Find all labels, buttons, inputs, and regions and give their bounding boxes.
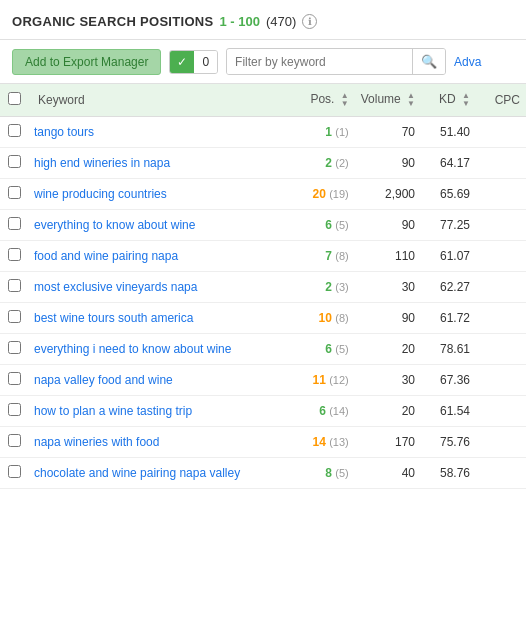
volume-cell: 30	[355, 272, 421, 303]
row-checkbox[interactable]	[8, 434, 21, 447]
table-row: most exclusive vineyards napa2 (3)3062.2…	[0, 272, 526, 303]
cpc-cell	[476, 303, 526, 334]
row-checkbox[interactable]	[8, 465, 21, 478]
position-value: 14 (13)	[312, 435, 348, 449]
position-prev: (14)	[329, 405, 349, 417]
keyword-link[interactable]: napa wineries with food	[34, 435, 159, 449]
row-checkbox-cell	[0, 179, 28, 210]
position-value: 2 (2)	[325, 156, 348, 170]
row-checkbox[interactable]	[8, 124, 21, 137]
position-cell: 6 (5)	[285, 210, 355, 241]
position-prev: (5)	[335, 343, 348, 355]
row-checkbox-cell	[0, 427, 28, 458]
keyword-cell: tango tours	[28, 117, 285, 148]
row-checkbox[interactable]	[8, 217, 21, 230]
kd-cell: 78.61	[421, 334, 476, 365]
keyword-link[interactable]: everything to know about wine	[34, 218, 195, 232]
keyword-cell: most exclusive vineyards napa	[28, 272, 285, 303]
page-header: ORGANIC SEARCH POSITIONS 1 - 100 (470) ℹ	[0, 0, 526, 40]
position-value: 6 (14)	[319, 404, 349, 418]
pos-sort-icon[interactable]: ▲▼	[341, 92, 349, 108]
keyword-link[interactable]: high end wineries in napa	[34, 156, 170, 170]
adva-link[interactable]: Adva	[454, 55, 481, 69]
row-checkbox-cell	[0, 117, 28, 148]
cpc-cell	[476, 272, 526, 303]
row-checkbox[interactable]	[8, 341, 21, 354]
row-checkbox[interactable]	[8, 155, 21, 168]
keyword-link[interactable]: chocolate and wine pairing napa valley	[34, 466, 240, 480]
position-value: 10 (8)	[319, 311, 349, 325]
check-badge: ✓ 0	[169, 50, 218, 74]
position-cell: 2 (2)	[285, 148, 355, 179]
keyword-link[interactable]: napa valley food and wine	[34, 373, 173, 387]
export-button[interactable]: Add to Export Manager	[12, 49, 161, 75]
table-row: high end wineries in napa2 (2)9064.17	[0, 148, 526, 179]
results-table: Keyword Pos. ▲▼ Volume ▲▼ KD ▲▼	[0, 84, 526, 489]
keyword-cell: everything to know about wine	[28, 210, 285, 241]
kd-cell: 77.25	[421, 210, 476, 241]
volume-cell: 20	[355, 396, 421, 427]
kd-cell: 58.76	[421, 458, 476, 489]
table-row: chocolate and wine pairing napa valley8 …	[0, 458, 526, 489]
row-checkbox[interactable]	[8, 186, 21, 199]
kd-cell: 62.27	[421, 272, 476, 303]
row-checkbox[interactable]	[8, 403, 21, 416]
header-keyword: Keyword	[28, 84, 285, 117]
filter-input[interactable]	[227, 50, 412, 74]
row-checkbox-cell	[0, 272, 28, 303]
keyword-link[interactable]: most exclusive vineyards napa	[34, 280, 197, 294]
position-prev: (2)	[335, 157, 348, 169]
row-checkbox-cell	[0, 241, 28, 272]
row-checkbox[interactable]	[8, 372, 21, 385]
position-prev: (3)	[335, 281, 348, 293]
header-volume: Volume ▲▼	[355, 84, 421, 117]
kd-cell: 75.76	[421, 427, 476, 458]
row-checkbox-cell	[0, 396, 28, 427]
position-cell: 8 (5)	[285, 458, 355, 489]
position-prev: (19)	[329, 188, 349, 200]
kd-cell: 65.69	[421, 179, 476, 210]
page-title: ORGANIC SEARCH POSITIONS	[12, 14, 214, 29]
select-all-checkbox[interactable]	[8, 92, 21, 105]
table-body: tango tours1 (1)7051.40high end wineries…	[0, 117, 526, 489]
volume-sort-icon[interactable]: ▲▼	[407, 92, 415, 108]
row-checkbox[interactable]	[8, 279, 21, 292]
kd-sort-icon[interactable]: ▲▼	[462, 92, 470, 108]
checkmark-icon: ✓	[170, 51, 194, 73]
keyword-cell: chocolate and wine pairing napa valley	[28, 458, 285, 489]
table-row: best wine tours south america10 (8)9061.…	[0, 303, 526, 334]
header-checkbox-col	[0, 84, 28, 117]
volume-cell: 70	[355, 117, 421, 148]
keyword-cell: food and wine pairing napa	[28, 241, 285, 272]
cpc-cell	[476, 365, 526, 396]
filter-search-button[interactable]: 🔍	[412, 49, 445, 74]
header-pos: Pos. ▲▼	[285, 84, 355, 117]
position-value: 11 (12)	[312, 373, 348, 387]
cpc-cell	[476, 427, 526, 458]
position-cell: 11 (12)	[285, 365, 355, 396]
cpc-cell	[476, 458, 526, 489]
row-checkbox-cell	[0, 458, 28, 489]
keyword-link[interactable]: tango tours	[34, 125, 94, 139]
keyword-link[interactable]: best wine tours south america	[34, 311, 193, 325]
keyword-cell: how to plan a wine tasting trip	[28, 396, 285, 427]
toolbar: Add to Export Manager ✓ 0 🔍 Adva	[0, 40, 526, 84]
row-checkbox[interactable]	[8, 248, 21, 261]
keyword-link[interactable]: wine producing countries	[34, 187, 167, 201]
keyword-cell: napa valley food and wine	[28, 365, 285, 396]
position-cell: 2 (3)	[285, 272, 355, 303]
keyword-link[interactable]: food and wine pairing napa	[34, 249, 178, 263]
info-icon[interactable]: ℹ	[302, 14, 317, 29]
cpc-cell	[476, 210, 526, 241]
cpc-cell	[476, 396, 526, 427]
table-row: tango tours1 (1)7051.40	[0, 117, 526, 148]
position-cell: 20 (19)	[285, 179, 355, 210]
keyword-link[interactable]: how to plan a wine tasting trip	[34, 404, 192, 418]
position-value: 1 (1)	[325, 125, 348, 139]
row-checkbox[interactable]	[8, 310, 21, 323]
keyword-link[interactable]: everything i need to know about wine	[34, 342, 231, 356]
row-checkbox-cell	[0, 303, 28, 334]
position-cell: 14 (13)	[285, 427, 355, 458]
kd-cell: 61.54	[421, 396, 476, 427]
position-cell: 6 (14)	[285, 396, 355, 427]
